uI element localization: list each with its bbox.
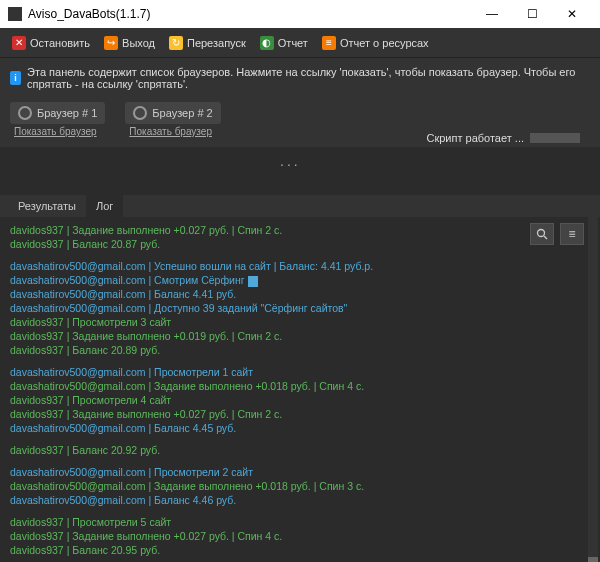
log-line: davidos937 | Баланс 20.87 руб.	[10, 237, 590, 251]
minimize-button[interactable]: —	[472, 0, 512, 28]
browser-tab-2: Браузер # 2 Показать браузер	[125, 102, 220, 137]
restart-button[interactable]: ↻Перезапуск	[163, 33, 252, 53]
app-icon	[8, 7, 22, 21]
log-line: davashatirov500@gmail.com | Баланс 4.45 …	[10, 421, 590, 435]
exit-button[interactable]: ↪Выход	[98, 33, 161, 53]
log-line: davidos937 | Просмотрели 5 сайт	[10, 515, 590, 529]
log-line: davidos937 | Просмотрели 3 сайт	[10, 315, 590, 329]
svg-point-0	[538, 230, 545, 237]
info-panel: i Эта панель содержит список браузеров. …	[0, 58, 600, 98]
log-line: davashatirov500@gmail.com | Просмотрели …	[10, 365, 590, 379]
log-content[interactable]: davidos937 | Задание выполнено +0.027 ру…	[10, 221, 590, 562]
search-icon	[536, 228, 548, 240]
browser-icon	[133, 106, 147, 120]
scrollbar-track[interactable]	[588, 217, 598, 562]
show-browser-link[interactable]: Показать браузер	[125, 126, 220, 137]
tab-bar: Результаты Лог	[0, 195, 600, 217]
stop-button[interactable]: ✕Остановить	[6, 33, 96, 53]
log-panel: ≡ davidos937 | Задание выполнено +0.027 …	[0, 217, 600, 562]
log-line: davidos937 | Задание выполнено +0.027 ру…	[10, 407, 590, 421]
close-button[interactable]: ✕	[552, 0, 592, 28]
show-browser-link[interactable]: Показать браузер	[10, 126, 105, 137]
toolbar: ✕Остановить ↪Выход ↻Перезапуск ◐Отчет ≡О…	[0, 28, 600, 58]
ellipsis: ...	[0, 147, 600, 169]
log-line: davashatirov500@gmail.com | Доступно 39 …	[10, 301, 590, 315]
resources-button[interactable]: ≡Отчет о ресурсах	[316, 33, 435, 53]
menu-icon: ≡	[568, 227, 575, 241]
scrollbar-thumb[interactable]	[588, 557, 598, 562]
log-line: davashatirov500@gmail.com | Баланс 4.46 …	[10, 493, 590, 507]
tab-log[interactable]: Лог	[86, 195, 123, 217]
window-title: Aviso_DavaBots(1.1.7)	[28, 7, 151, 21]
log-line: davashatirov500@gmail.com | Успешно вошл…	[10, 259, 590, 273]
log-line: davashatirov500@gmail.com | Баланс 4.41 …	[10, 287, 590, 301]
browser-tab-1: Браузер # 1 Показать браузер	[10, 102, 105, 137]
titlebar: Aviso_DavaBots(1.1.7) — ☐ ✕	[0, 0, 600, 28]
log-line: davidos937 | Просмотрели 4 сайт	[10, 393, 590, 407]
log-line: davashatirov500@gmail.com | Задание выпо…	[10, 379, 590, 393]
info-text: Эта панель содержит список браузеров. На…	[27, 66, 590, 90]
log-line: davashatirov500@gmail.com | Просмотрели …	[10, 465, 590, 479]
resources-icon: ≡	[322, 36, 336, 50]
stop-icon: ✕	[12, 36, 26, 50]
report-icon: ◐	[260, 36, 274, 50]
log-line: davidos937 | Задание выполнено +0.027 ру…	[10, 529, 590, 543]
status-text: Скрипт работает ...	[426, 132, 524, 144]
log-line: davidos937 | Баланс 20.95 руб.	[10, 543, 590, 557]
exit-icon: ↪	[104, 36, 118, 50]
report-button[interactable]: ◐Отчет	[254, 33, 314, 53]
restart-icon: ↻	[169, 36, 183, 50]
status-bar: Скрипт работает ...	[426, 132, 580, 144]
tab-results[interactable]: Результаты	[8, 195, 86, 217]
log-line: davidos937 | Задание выполнено +0.019 ру…	[10, 329, 590, 343]
svg-line-1	[544, 236, 547, 239]
menu-button[interactable]: ≡	[560, 223, 584, 245]
browser-icon	[18, 106, 32, 120]
info-icon: i	[10, 71, 21, 85]
log-line: davidos937 | Баланс 20.92 руб.	[10, 443, 590, 457]
maximize-button[interactable]: ☐	[512, 0, 552, 28]
log-line: davidos937 | Баланс 20.89 руб.	[10, 343, 590, 357]
log-line: davidos937 | Задание выполнено +0.027 ру…	[10, 223, 590, 237]
progress-bar	[530, 133, 580, 143]
log-line: davashatirov500@gmail.com | Смотрим Сёрф…	[10, 273, 590, 287]
search-button[interactable]	[530, 223, 554, 245]
log-line: davashatirov500@gmail.com | Задание выпо…	[10, 479, 590, 493]
